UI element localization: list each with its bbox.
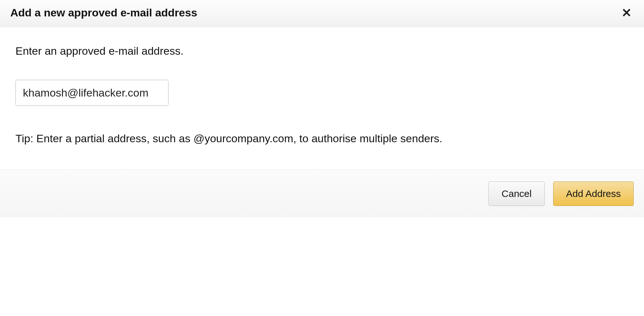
dialog-header: Add a new approved e-mail address ✕ — [0, 0, 644, 27]
dialog-footer: Cancel Add Address — [0, 170, 644, 218]
email-input[interactable] — [15, 80, 168, 106]
dialog-title: Add a new approved e-mail address — [10, 6, 197, 19]
add-address-button[interactable]: Add Address — [553, 181, 634, 206]
tip-text: Tip: Enter a partial address, such as @y… — [15, 130, 489, 147]
close-icon[interactable]: ✕ — [620, 7, 634, 19]
cancel-button[interactable]: Cancel — [488, 181, 545, 206]
add-email-dialog: Add a new approved e-mail address ✕ Ente… — [0, 0, 644, 218]
instruction-text: Enter an approved e-mail address. — [15, 45, 629, 57]
dialog-body: Enter an approved e-mail address. Tip: E… — [0, 27, 644, 170]
